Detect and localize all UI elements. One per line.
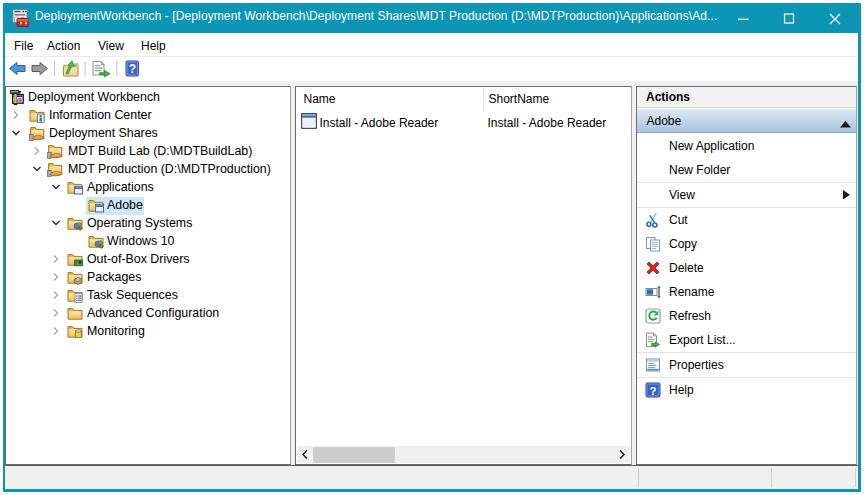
svg-text:?: ? [649, 385, 656, 397]
svg-text:?: ? [129, 62, 136, 76]
